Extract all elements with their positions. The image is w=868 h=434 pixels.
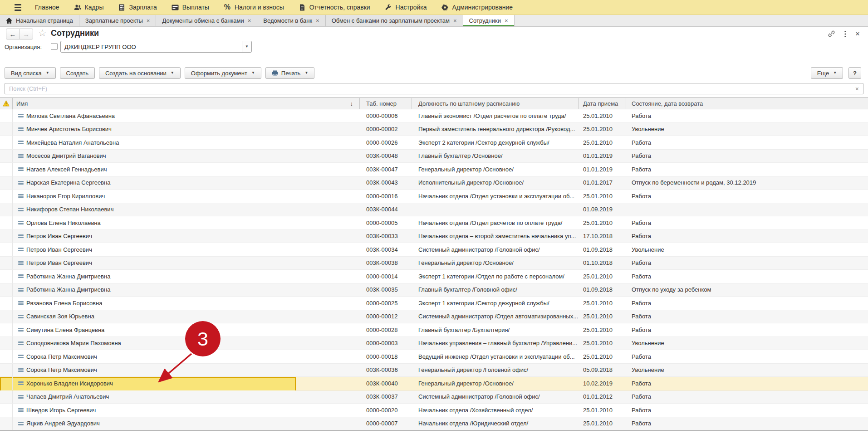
state-cell[interactable]: Работа	[626, 163, 868, 176]
position-cell[interactable]: Системный администратор /Головной офис/	[412, 243, 579, 256]
row-marker-cell[interactable]	[0, 390, 13, 404]
table-row[interactable]: Никаноров Егор Кириллович 0000-00016 Нач…	[0, 190, 868, 203]
menu-item-nastroika[interactable]: Настройка	[378, 0, 434, 15]
employee-name-cell[interactable]: Петров Иван Сергеевич	[13, 230, 360, 243]
table-row[interactable]: Рязанова Елена Борисовна 0000-00025 Эксп…	[0, 297, 868, 310]
state-cell[interactable]: Работа	[626, 109, 868, 122]
table-row[interactable]: Симутина Елена Францевна 0000-00028 Глав…	[0, 323, 868, 337]
table-row[interactable]: Нарская Екатерина Сергеевна 003К-00043 И…	[0, 176, 868, 190]
tab-number-cell[interactable]: 0000-00014	[360, 270, 412, 283]
menu-item-kadry[interactable]: Кадры	[67, 0, 111, 15]
table-row[interactable]: Никифоров Степан Николаевич 003К-00044 0…	[0, 203, 868, 217]
menu-item-nalogi[interactable]: % Налоги и взносы	[216, 0, 291, 15]
get-link-icon[interactable]	[828, 30, 835, 38]
row-marker-cell[interactable]	[0, 310, 13, 323]
employee-name-cell[interactable]: Савинская Зоя Юрьевна	[13, 310, 360, 323]
employee-name-cell[interactable]: Рязанова Елена Борисовна	[13, 297, 360, 310]
employee-name-cell[interactable]: Минчев Аристотель Борисович	[13, 123, 360, 136]
row-marker-cell[interactable]	[0, 123, 13, 136]
hire-date-cell[interactable]: 25.01.2010	[579, 337, 626, 350]
position-cell[interactable]: Эксперт 1 категории /Сектор дежурной слу…	[412, 297, 579, 310]
position-cell[interactable]: Начальник отдела /Отдел установки и эксп…	[412, 190, 579, 203]
row-marker-cell[interactable]	[0, 323, 13, 336]
row-marker-cell[interactable]	[0, 350, 13, 363]
more-actions-icon[interactable]	[844, 30, 846, 38]
employee-name-cell[interactable]: Шведов Игорь Сергеевич	[13, 404, 360, 417]
state-cell[interactable]: Работа	[626, 190, 868, 203]
position-cell[interactable]: Начальник отдела /Хозяйственный отдел/	[412, 404, 579, 417]
organization-dropdown-button[interactable]: ▼	[242, 41, 251, 52]
print-button[interactable]: Печать▼	[265, 67, 315, 79]
employee-name-cell[interactable]: Яцкив Андрей Эдуардович	[13, 417, 360, 430]
hire-date-cell[interactable]: 25.01.2010	[579, 404, 626, 417]
column-header-name[interactable]: Имя ↓	[13, 98, 360, 109]
row-marker-cell[interactable]	[0, 297, 13, 310]
hire-date-cell[interactable]: 25.01.2010	[579, 109, 626, 122]
hire-date-cell[interactable]: 25.01.2010	[579, 297, 626, 310]
help-button[interactable]: ?	[848, 67, 861, 79]
employee-name-cell[interactable]: Сорока Петр Максимович	[13, 350, 360, 363]
menu-item-vyplaty[interactable]: Выплаты	[164, 0, 216, 15]
forward-button[interactable]: →	[20, 29, 33, 39]
table-row[interactable]: Шведов Игорь Сергеевич 0000-00020 Началь…	[0, 404, 868, 417]
close-form-icon[interactable]: ×	[855, 30, 860, 38]
position-cell[interactable]: Системный администратор /Головной офис/	[412, 390, 579, 404]
menu-item-zarplata[interactable]: Зарплата	[111, 0, 164, 15]
row-marker-cell[interactable]	[0, 190, 13, 203]
state-cell[interactable]: Работа	[626, 150, 868, 163]
position-cell[interactable]: Генеральный директор /Основное/	[412, 257, 579, 270]
position-cell[interactable]: Исполнительный директор /Основное/	[412, 176, 579, 190]
position-cell[interactable]: Первый заместитель генерального директор…	[412, 123, 579, 136]
create-button[interactable]: Создать	[60, 67, 95, 79]
position-cell[interactable]	[412, 203, 579, 216]
tab-employees[interactable]: Сотрудники ×	[463, 15, 515, 26]
employee-name-cell[interactable]: Работкина Жанна Дмитриевна	[13, 283, 360, 297]
row-marker-cell[interactable]	[0, 150, 13, 163]
tab-number-cell[interactable]: 003К-00036	[360, 364, 412, 377]
table-row[interactable]: Петров Иван Сергеевич 003К-00038 Генерал…	[0, 257, 868, 270]
position-cell[interactable]: Ведущий инженер /Отдел установки и экспл…	[412, 350, 579, 363]
state-cell[interactable]: Работа	[626, 257, 868, 270]
tab-home[interactable]: Начальная страница	[0, 15, 79, 26]
tab-bank-salary-projects-exchange[interactable]: Обмен с банками по зарплатным проектам ×	[326, 15, 463, 26]
tab-number-cell[interactable]: 0000-00026	[360, 136, 412, 149]
organization-checkbox[interactable]	[51, 43, 58, 50]
table-row[interactable]: Работкина Жанна Дмитриевна 0000-00014 Эк…	[0, 270, 868, 283]
tab-close-icon[interactable]: ×	[316, 18, 319, 24]
employee-name-cell[interactable]: Милова Светлана Афанасьевна	[13, 109, 360, 122]
position-cell[interactable]: Главный бухгалтер /Бухгалтерия/	[412, 323, 579, 336]
position-cell[interactable]: Генеральный директор /Основное/	[412, 163, 579, 176]
table-row[interactable]: Работкина Жанна Дмитриевна 003К-00035 Гл…	[0, 283, 868, 297]
create-based-on-button[interactable]: Создать на основании▼	[99, 67, 181, 79]
row-marker-cell[interactable]	[0, 136, 13, 149]
menu-item-otchetnost[interactable]: Отчетность, справки	[291, 0, 378, 15]
tab-number-cell[interactable]: 0000-00018	[360, 350, 412, 363]
hire-date-cell[interactable]: 25.01.2010	[579, 417, 626, 430]
favorite-star-icon[interactable]: ☆	[38, 28, 47, 39]
row-marker-cell[interactable]	[0, 337, 13, 350]
employee-name-cell[interactable]: Сорока Петр Максимович	[13, 364, 360, 377]
hire-date-cell[interactable]: 25.01.2010	[579, 136, 626, 149]
hire-date-cell[interactable]: 25.01.2010	[579, 323, 626, 336]
tab-number-cell[interactable]: 003К-00048	[360, 150, 412, 163]
hire-date-cell[interactable]: 01.01.2019	[579, 150, 626, 163]
warning-column-header[interactable]	[0, 98, 13, 109]
hire-date-cell[interactable]: 01.09.2019	[579, 203, 626, 216]
row-marker-cell[interactable]	[0, 404, 13, 417]
tab-salary-projects[interactable]: Зарплатные проекты ×	[79, 15, 157, 26]
table-row[interactable]: Мосесов Дмитрий Ваганович 003К-00048 Гла…	[0, 150, 868, 163]
employee-name-cell[interactable]: Петров Иван Сергеевич	[13, 243, 360, 256]
position-cell[interactable]: Системный администратор /Отдел автоматиз…	[412, 310, 579, 323]
state-cell[interactable]: Работа	[626, 390, 868, 404]
state-cell[interactable]: Отпуск по уходу за ребенком	[626, 283, 868, 297]
state-cell[interactable]: Увольнение	[626, 337, 868, 350]
tab-number-cell[interactable]: 003К-00047	[360, 163, 412, 176]
employee-name-cell[interactable]: Солодовникова Мария Пахомовна	[13, 337, 360, 350]
state-cell[interactable]: Отпуск по беременности и родам, 30.12.20…	[626, 176, 868, 190]
more-button[interactable]: Еще▼	[811, 67, 843, 79]
hire-date-cell[interactable]: 01.01.2019	[579, 163, 626, 176]
employee-name-cell[interactable]: Чапаев Дмитрий Анатольевич	[13, 390, 360, 404]
tab-number-cell[interactable]: 003К-00035	[360, 283, 412, 297]
employee-name-cell[interactable]: Никифоров Степан Николаевич	[13, 203, 360, 216]
table-row[interactable]: Милова Светлана Афанасьевна 0000-00006 Г…	[0, 109, 868, 123]
